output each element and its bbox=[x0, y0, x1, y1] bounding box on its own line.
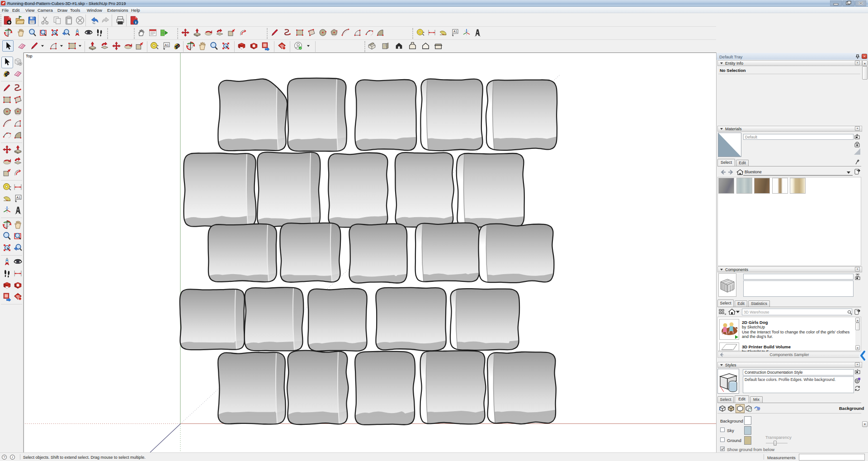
svg-text:A1: A1 bbox=[16, 195, 20, 200]
svg-text:A1: A1 bbox=[453, 30, 458, 33]
svg-text:A1: A1 bbox=[165, 43, 169, 47]
